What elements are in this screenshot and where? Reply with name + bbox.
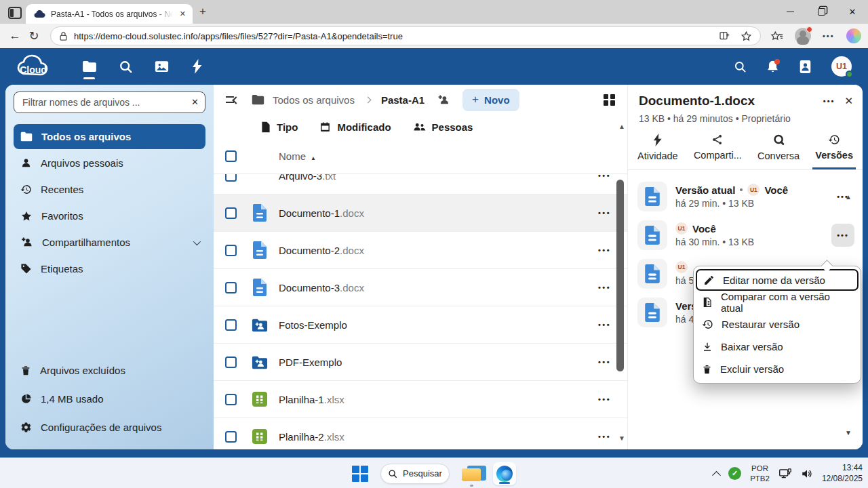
- network-icon[interactable]: [778, 468, 792, 480]
- file-name[interactable]: PDF-Exemplo: [279, 357, 342, 368]
- breadcrumb-current[interactable]: Pasta-A1: [381, 94, 425, 106]
- row-actions-icon[interactable]: [598, 209, 611, 217]
- browser-menu-icon[interactable]: [823, 32, 835, 40]
- file-name[interactable]: Fotos-Exemplo: [279, 319, 347, 331]
- chevron-down-icon[interactable]: [193, 237, 201, 245]
- row-actions-icon[interactable]: [598, 246, 611, 254]
- name-column-header[interactable]: Nome: [279, 150, 316, 162]
- row-actions-icon[interactable]: [598, 432, 611, 441]
- tab-activity[interactable]: Atividade: [635, 132, 681, 169]
- panel-scroll-down-icon[interactable]: [845, 429, 852, 436]
- tab-actions-icon[interactable]: [8, 7, 22, 19]
- details-close-icon[interactable]: [844, 95, 853, 107]
- security-check-icon[interactable]: [728, 467, 741, 480]
- file-name[interactable]: Documento-3.docx: [279, 282, 364, 293]
- scroll-up-icon[interactable]: [618, 123, 625, 130]
- cloud-logo[interactable]: Cloud: [15, 52, 54, 81]
- file-row[interactable]: PDF-Exemplo: [214, 344, 627, 381]
- sidebar-item-recent[interactable]: Recentes: [14, 177, 205, 202]
- language-indicator[interactable]: POR PTB2: [750, 464, 770, 483]
- version-actions-icon-open[interactable]: [831, 224, 854, 247]
- row-checkbox[interactable]: [225, 245, 237, 256]
- window-close-button[interactable]: [837, 0, 868, 24]
- menu-edit-version-name[interactable]: Editar nome da versão: [696, 269, 859, 291]
- address-bar[interactable]: https://demo-cloud.solustec.info/apps/fi…: [50, 26, 761, 45]
- file-name[interactable]: Documento-2.docx: [279, 245, 364, 256]
- sidebar-item-shares[interactable]: Compartilhamentos: [14, 230, 205, 255]
- photos-app-icon[interactable]: [153, 53, 170, 80]
- select-all-checkbox[interactable]: [225, 150, 237, 162]
- file-row[interactable]: Planilha-2.xlsx: [214, 418, 627, 449]
- filter-clear-icon[interactable]: [191, 97, 199, 107]
- back-button[interactable]: [5, 26, 24, 45]
- split-screen-icon[interactable]: [719, 30, 730, 41]
- file-name[interactable]: Planilha-2.xlsx: [279, 431, 344, 443]
- taskbar-clock[interactable]: 13:44 12/08/2025: [822, 463, 863, 484]
- grid-view-icon[interactable]: [604, 94, 615, 106]
- unified-search-icon[interactable]: [734, 60, 747, 73]
- file-row[interactable]: Fotos-Exemplo: [214, 306, 627, 344]
- version-row[interactable]: Versão atual U1 Você há 29 min. • 13 KB: [637, 177, 854, 216]
- version-row[interactable]: U1 Você há 30 min. • 13 KB: [637, 216, 854, 254]
- row-checkbox[interactable]: [225, 319, 237, 331]
- files-app-icon[interactable]: [81, 53, 98, 80]
- collapse-sidebar-icon[interactable]: [224, 92, 239, 107]
- file-name[interactable]: Arquivo-3.txt: [279, 174, 336, 182]
- row-checkbox[interactable]: [225, 207, 237, 219]
- sidebar-item-files-settings[interactable]: Configurações de arquivos: [14, 415, 205, 440]
- row-actions-icon[interactable]: [598, 174, 611, 180]
- window-restore-button[interactable]: [806, 0, 837, 24]
- sidebar-item-favorites[interactable]: Favoritos: [14, 203, 205, 228]
- file-row[interactable]: Arquivo-3.txt: [214, 174, 627, 195]
- favorites-bar-icon[interactable]: [770, 30, 783, 42]
- file-row[interactable]: Documento-1.docx: [214, 195, 627, 232]
- breadcrumb-root[interactable]: Todos os arquivos: [273, 94, 355, 106]
- row-checkbox[interactable]: [225, 431, 237, 443]
- scroll-down-icon[interactable]: [618, 434, 625, 442]
- window-minimize-button[interactable]: [774, 0, 806, 24]
- search-app-icon[interactable]: [117, 53, 134, 80]
- filter-people[interactable]: Pessoas: [413, 121, 473, 133]
- copilot-icon[interactable]: [846, 28, 861, 43]
- file-explorer-icon[interactable]: [462, 466, 481, 482]
- contacts-icon[interactable]: [799, 60, 812, 74]
- file-row[interactable]: Documento-3.docx: [214, 269, 627, 306]
- browser-tab[interactable]: Pasta-A1 - Todos os arquivos - Ne: [26, 4, 193, 24]
- breadcrumb-folder-icon[interactable]: [252, 94, 264, 105]
- new-tab-button[interactable]: [199, 5, 206, 18]
- row-actions-icon[interactable]: [598, 283, 611, 291]
- sidebar-item-tags[interactable]: Etiquetas: [14, 256, 205, 281]
- file-row[interactable]: Planilha-1.xlsx: [214, 381, 627, 418]
- row-actions-icon[interactable]: [598, 395, 611, 403]
- row-checkbox[interactable]: [225, 357, 237, 368]
- sidebar-item-all-files[interactable]: Todos os arquivos: [14, 124, 205, 149]
- menu-restore-version[interactable]: Restaurar versão: [694, 313, 861, 336]
- user-avatar[interactable]: U1: [831, 56, 852, 77]
- panel-scroll-up-icon[interactable]: [845, 193, 852, 201]
- sidebar-item-deleted-files[interactable]: Arquivos excluídos: [14, 358, 205, 383]
- tab-close-icon[interactable]: [178, 8, 187, 20]
- browser-profile-avatar[interactable]: [795, 28, 811, 44]
- menu-download-version[interactable]: Baixar versão: [694, 336, 861, 358]
- menu-delete-version[interactable]: Excluir versão: [694, 358, 861, 380]
- tab-chat[interactable]: Conversa: [755, 132, 802, 169]
- filter-modified[interactable]: Modificado: [319, 121, 391, 133]
- notifications-bell-icon[interactable]: [766, 60, 779, 74]
- row-actions-icon[interactable]: [598, 358, 611, 366]
- favorite-star-icon[interactable]: [741, 30, 752, 42]
- taskbar-search[interactable]: Pesquisar: [380, 464, 450, 484]
- tab-sharing[interactable]: Comparti...: [691, 132, 745, 169]
- tab-versions[interactable]: Versões: [812, 132, 856, 169]
- activity-app-icon[interactable]: [189, 53, 205, 80]
- file-name[interactable]: Documento-1.docx: [279, 207, 364, 219]
- filter-type[interactable]: Tipo: [261, 121, 298, 133]
- menu-compare-version[interactable]: Comparar com a versão atual: [694, 291, 861, 313]
- edge-browser-icon[interactable]: [493, 462, 516, 485]
- volume-icon[interactable]: [801, 468, 813, 480]
- file-name[interactable]: Planilha-1.xlsx: [279, 394, 344, 405]
- row-checkbox[interactable]: [225, 282, 237, 293]
- file-row[interactable]: Documento-2.docx: [214, 232, 627, 269]
- row-checkbox[interactable]: [225, 394, 237, 405]
- row-actions-icon[interactable]: [598, 321, 611, 329]
- row-checkbox[interactable]: [225, 174, 237, 182]
